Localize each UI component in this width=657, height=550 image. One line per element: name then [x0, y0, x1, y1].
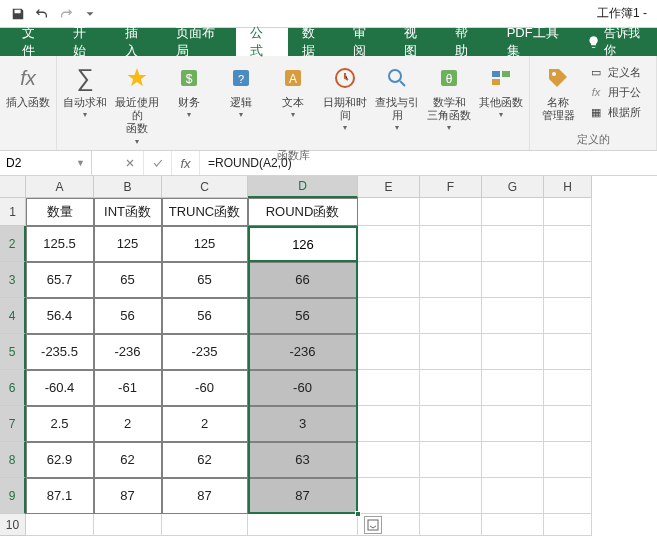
insert-function-button[interactable]: fx 插入函数: [2, 60, 54, 109]
cell-E8[interactable]: [358, 442, 420, 478]
cell-A5[interactable]: -235.5: [26, 334, 94, 370]
cell-D3[interactable]: 66: [248, 262, 358, 298]
tab-4[interactable]: 公式: [236, 28, 287, 56]
cell-H3[interactable]: [544, 262, 592, 298]
cell-C3[interactable]: 65: [162, 262, 248, 298]
cell-H4[interactable]: [544, 298, 592, 334]
row-header-9[interactable]: 9: [0, 478, 26, 514]
cell-D8[interactable]: 63: [248, 442, 358, 478]
cell-C10[interactable]: [162, 514, 248, 536]
autofill-options-button[interactable]: [364, 516, 382, 534]
column-header-H[interactable]: H: [544, 176, 592, 198]
cell-F6[interactable]: [420, 370, 482, 406]
cell-D5[interactable]: -236: [248, 334, 358, 370]
cell-H5[interactable]: [544, 334, 592, 370]
cancel-formula-button[interactable]: [116, 151, 144, 175]
formula-input[interactable]: =ROUND(A2,0): [200, 151, 657, 175]
row-header-10[interactable]: 10: [0, 514, 26, 536]
cell-B9[interactable]: 87: [94, 478, 162, 514]
cell-C7[interactable]: 2: [162, 406, 248, 442]
qat-dropdown-icon[interactable]: [78, 2, 102, 26]
row-header-6[interactable]: 6: [0, 370, 26, 406]
worksheet[interactable]: ABCDEFGH 12345678910 数量INT函数TRUNC函数ROUND…: [0, 176, 657, 550]
cell-G4[interactable]: [482, 298, 544, 334]
cell-B3[interactable]: 65: [94, 262, 162, 298]
cell-H2[interactable]: [544, 226, 592, 262]
name-box[interactable]: D2 ▼: [0, 151, 92, 175]
cell-A9[interactable]: 87.1: [26, 478, 94, 514]
column-header-B[interactable]: B: [94, 176, 162, 198]
cell-B6[interactable]: -61: [94, 370, 162, 406]
cell-H7[interactable]: [544, 406, 592, 442]
row-header-5[interactable]: 5: [0, 334, 26, 370]
cell-F4[interactable]: [420, 298, 482, 334]
cell-A2[interactable]: 125.5: [26, 226, 94, 262]
cell-G9[interactable]: [482, 478, 544, 514]
row-header-7[interactable]: 7: [0, 406, 26, 442]
cell-D1[interactable]: ROUND函数: [248, 198, 358, 226]
cell-F8[interactable]: [420, 442, 482, 478]
cell-B5[interactable]: -236: [94, 334, 162, 370]
cell-E6[interactable]: [358, 370, 420, 406]
autosum-button[interactable]: ∑ 自动求和▾: [59, 60, 111, 119]
cell-E9[interactable]: [358, 478, 420, 514]
cell-A3[interactable]: 65.7: [26, 262, 94, 298]
cell-D4[interactable]: 56: [248, 298, 358, 334]
tab-7[interactable]: 视图: [390, 28, 441, 56]
cell-G8[interactable]: [482, 442, 544, 478]
column-header-E[interactable]: E: [358, 176, 420, 198]
cell-A7[interactable]: 2.5: [26, 406, 94, 442]
cell-D9[interactable]: 87: [248, 478, 358, 514]
save-icon[interactable]: [6, 2, 30, 26]
cell-D7[interactable]: 3: [248, 406, 358, 442]
cell-C6[interactable]: -60: [162, 370, 248, 406]
define-name-button[interactable]: ▭定义名: [588, 62, 641, 82]
cell-E4[interactable]: [358, 298, 420, 334]
cell-F7[interactable]: [420, 406, 482, 442]
cell-A6[interactable]: -60.4: [26, 370, 94, 406]
column-header-D[interactable]: D: [248, 176, 358, 198]
cell-G7[interactable]: [482, 406, 544, 442]
row-header-3[interactable]: 3: [0, 262, 26, 298]
cell-A4[interactable]: 56.4: [26, 298, 94, 334]
cell-B7[interactable]: 2: [94, 406, 162, 442]
cell-G2[interactable]: [482, 226, 544, 262]
cell-G1[interactable]: [482, 198, 544, 226]
cell-F9[interactable]: [420, 478, 482, 514]
cell-E1[interactable]: [358, 198, 420, 226]
cell-A8[interactable]: 62.9: [26, 442, 94, 478]
tab-8[interactable]: 帮助: [441, 28, 492, 56]
create-from-selection-button[interactable]: ▦根据所: [588, 102, 641, 122]
cell-H6[interactable]: [544, 370, 592, 406]
cell-C5[interactable]: -235: [162, 334, 248, 370]
cell-G6[interactable]: [482, 370, 544, 406]
cell-E2[interactable]: [358, 226, 420, 262]
column-header-F[interactable]: F: [420, 176, 482, 198]
cell-B4[interactable]: 56: [94, 298, 162, 334]
column-header-C[interactable]: C: [162, 176, 248, 198]
row-header-8[interactable]: 8: [0, 442, 26, 478]
row-header-1[interactable]: 1: [0, 198, 26, 226]
cell-D6[interactable]: -60: [248, 370, 358, 406]
fx-button[interactable]: fx: [172, 151, 200, 175]
enter-formula-button[interactable]: [144, 151, 172, 175]
cell-grid[interactable]: 数量INT函数TRUNC函数ROUND函数125.512512512665.76…: [26, 198, 592, 536]
cell-A1[interactable]: 数量: [26, 198, 94, 226]
tab-2[interactable]: 插入: [111, 28, 162, 56]
math-button[interactable]: θ 数学和 三角函数▾: [423, 60, 475, 132]
cell-D2[interactable]: 126: [248, 226, 358, 262]
logical-button[interactable]: ? 逻辑▾: [215, 60, 267, 119]
column-header-G[interactable]: G: [482, 176, 544, 198]
datetime-button[interactable]: 日期和时间▾: [319, 60, 371, 132]
cell-H8[interactable]: [544, 442, 592, 478]
cell-B8[interactable]: 62: [94, 442, 162, 478]
cell-E7[interactable]: [358, 406, 420, 442]
text-function-button[interactable]: A 文本▾: [267, 60, 319, 119]
cell-C1[interactable]: TRUNC函数: [162, 198, 248, 226]
cell-E3[interactable]: [358, 262, 420, 298]
recent-functions-button[interactable]: 最近使用的 函数▾: [111, 60, 163, 146]
cell-E5[interactable]: [358, 334, 420, 370]
cell-C2[interactable]: 125: [162, 226, 248, 262]
cell-F5[interactable]: [420, 334, 482, 370]
cell-B10[interactable]: [94, 514, 162, 536]
